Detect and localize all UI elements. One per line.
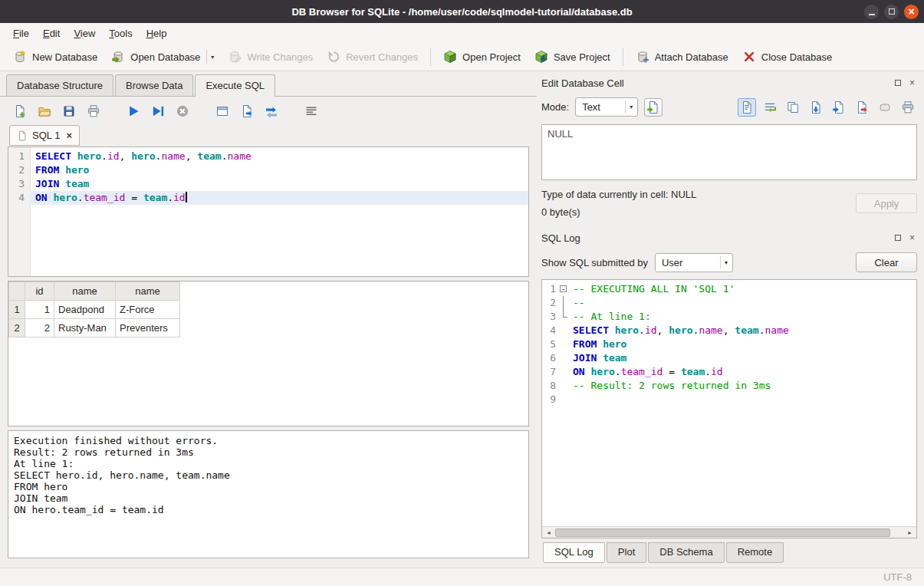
set-null-button[interactable] bbox=[876, 98, 894, 117]
open-tab-icon bbox=[13, 104, 27, 118]
new-database-button[interactable]: New Database bbox=[6, 46, 104, 67]
menu-edit[interactable]: Edit bbox=[36, 25, 67, 42]
wrap-lines-button[interactable] bbox=[761, 98, 779, 117]
tab-db-schema[interactable]: DB Schema bbox=[648, 542, 724, 563]
horizontal-scrollbar[interactable]: ◄ ► bbox=[542, 526, 916, 538]
menu-tools[interactable]: Tools bbox=[102, 25, 139, 42]
close-panel-button[interactable]: × bbox=[907, 233, 917, 243]
execute-line-button[interactable] bbox=[149, 102, 167, 120]
code-line: 1--- EXECUTING ALL IN 'SQL 1' bbox=[542, 282, 916, 296]
print-button[interactable] bbox=[84, 102, 103, 120]
row-number[interactable]: 1 bbox=[9, 301, 25, 319]
format-button[interactable] bbox=[302, 102, 321, 120]
tab-sql-log[interactable]: SQL Log bbox=[543, 542, 605, 563]
toolbar-button-label: Open Project bbox=[462, 51, 521, 63]
tab-database-structure[interactable]: Database Structure bbox=[6, 74, 113, 96]
menu-file[interactable]: File bbox=[6, 25, 36, 42]
toolbar-button-label: Attach Database bbox=[655, 51, 728, 63]
tab-remote[interactable]: Remote bbox=[726, 542, 784, 563]
save-project-button[interactable]: Save Project bbox=[528, 46, 617, 67]
dock-buttons: × bbox=[893, 78, 917, 88]
fold-guide bbox=[557, 310, 570, 324]
tab-sql-1[interactable]: SQL 1 × bbox=[9, 125, 80, 146]
close-window-button[interactable]: × bbox=[904, 5, 919, 19]
right-pane: Edit Database Cell × Mode: Text ▾ NULL bbox=[537, 71, 924, 568]
tab-browse-data[interactable]: Browse Data bbox=[115, 74, 193, 96]
import-cell-button[interactable] bbox=[830, 98, 848, 117]
line-number: 6 bbox=[542, 351, 557, 365]
close-database-button[interactable]: Close Database bbox=[735, 46, 840, 67]
set-null-icon bbox=[878, 100, 892, 114]
menubar: FileEditViewToolsHelp bbox=[0, 23, 924, 43]
format-icon bbox=[304, 104, 318, 118]
maximize-button[interactable] bbox=[884, 5, 899, 19]
execute-sql-panel: SQL 1 × 1SELECT hero.id, hero.name, team… bbox=[8, 100, 529, 558]
close-tab-icon[interactable]: × bbox=[66, 130, 72, 140]
scroll-left-icon[interactable]: ◄ bbox=[543, 528, 554, 538]
column-header[interactable]: name bbox=[116, 282, 180, 301]
execute-line-icon bbox=[151, 104, 165, 118]
open-project-icon bbox=[443, 50, 457, 64]
write-changes-button: Write Changes bbox=[221, 46, 320, 67]
code-text: ON hero.team_id = team.id bbox=[30, 191, 528, 205]
code-line: 2-- bbox=[542, 296, 916, 310]
header-row: idnamename bbox=[9, 282, 180, 301]
scrollbar-thumb[interactable] bbox=[555, 528, 890, 537]
column-header[interactable]: name bbox=[54, 282, 116, 301]
scroll-right-icon[interactable]: ► bbox=[904, 528, 916, 538]
column-header[interactable]: id bbox=[25, 282, 54, 301]
text-mode-button[interactable] bbox=[738, 98, 756, 117]
float-panel-button[interactable] bbox=[893, 233, 903, 243]
titlebar[interactable]: DB Browser for SQLite - /home/user/code/… bbox=[0, 0, 924, 23]
cell-info-row: Type of data currently in cell: NULL 0 b… bbox=[541, 189, 917, 218]
table-cell[interactable]: 1 bbox=[25, 301, 54, 319]
copy-cell-button[interactable] bbox=[784, 98, 802, 117]
new-window-button[interactable] bbox=[213, 102, 232, 120]
table-cell[interactable]: Deadpond bbox=[54, 301, 116, 319]
table-cell[interactable]: Preventers bbox=[116, 319, 180, 337]
fold-guide bbox=[557, 379, 570, 393]
print-cell-button[interactable] bbox=[899, 98, 917, 117]
close-panel-button[interactable]: × bbox=[907, 78, 917, 88]
chevron-down-icon[interactable]: ▾ bbox=[206, 50, 214, 64]
sql-editor[interactable]: 1SELECT hero.id, hero.name, team.name2FR… bbox=[8, 146, 529, 277]
results-panel: idnamename11DeadpondZ-Force22Rusty-ManPr… bbox=[8, 281, 529, 426]
print-icon bbox=[87, 104, 100, 118]
open-file-button[interactable] bbox=[35, 102, 54, 120]
menu-help[interactable]: Help bbox=[140, 25, 174, 42]
minimize-button[interactable] bbox=[864, 5, 879, 19]
execute-all-button[interactable] bbox=[124, 102, 143, 120]
open-database-button[interactable]: Open Database▾ bbox=[104, 46, 221, 67]
open-project-button[interactable]: Open Project bbox=[436, 46, 528, 67]
open-tab-button[interactable] bbox=[11, 102, 29, 120]
export-cell-button[interactable] bbox=[853, 98, 871, 117]
mode-select[interactable]: Text ▾ bbox=[575, 97, 638, 117]
tab-plot[interactable]: Plot bbox=[607, 542, 646, 563]
corner-cell[interactable] bbox=[9, 282, 25, 301]
attach-database-button[interactable]: Attach Database bbox=[629, 46, 735, 67]
row-number[interactable]: 2 bbox=[9, 319, 25, 337]
mode-value: Text bbox=[582, 101, 600, 113]
float-panel-button[interactable] bbox=[893, 78, 903, 88]
log-filter-select[interactable]: User ▾ bbox=[655, 253, 733, 272]
table-cell[interactable]: Rusty-Man bbox=[54, 319, 116, 337]
save-cell-button[interactable] bbox=[807, 98, 825, 117]
import-file-icon bbox=[646, 100, 660, 114]
table-cell[interactable]: Z-Force bbox=[116, 301, 180, 319]
code-line: 3JOIN team bbox=[8, 177, 528, 191]
sql-log-view[interactable]: 1--- EXECUTING ALL IN 'SQL 1'2--3-- At l… bbox=[542, 280, 916, 526]
revert-changes-button: Revert Changes bbox=[320, 46, 425, 67]
menu-view[interactable]: View bbox=[67, 25, 102, 42]
fold-toggle-icon[interactable]: - bbox=[557, 282, 570, 296]
code-line: 1SELECT hero.id, hero.name, team.name bbox=[8, 150, 528, 163]
cell-value-editor[interactable]: NULL bbox=[541, 124, 917, 180]
find-replace-button[interactable] bbox=[262, 102, 281, 120]
save-file-button[interactable] bbox=[60, 102, 78, 120]
sql-subtab-label: SQL 1 bbox=[32, 130, 60, 141]
table-cell[interactable]: 2 bbox=[25, 319, 54, 337]
toolbar-separator bbox=[623, 48, 623, 66]
clear-log-button[interactable]: Clear bbox=[856, 252, 917, 272]
import-file-button[interactable] bbox=[644, 98, 663, 117]
tab-execute-sql[interactable]: Execute SQL bbox=[195, 74, 275, 97]
export-button[interactable] bbox=[238, 102, 256, 120]
